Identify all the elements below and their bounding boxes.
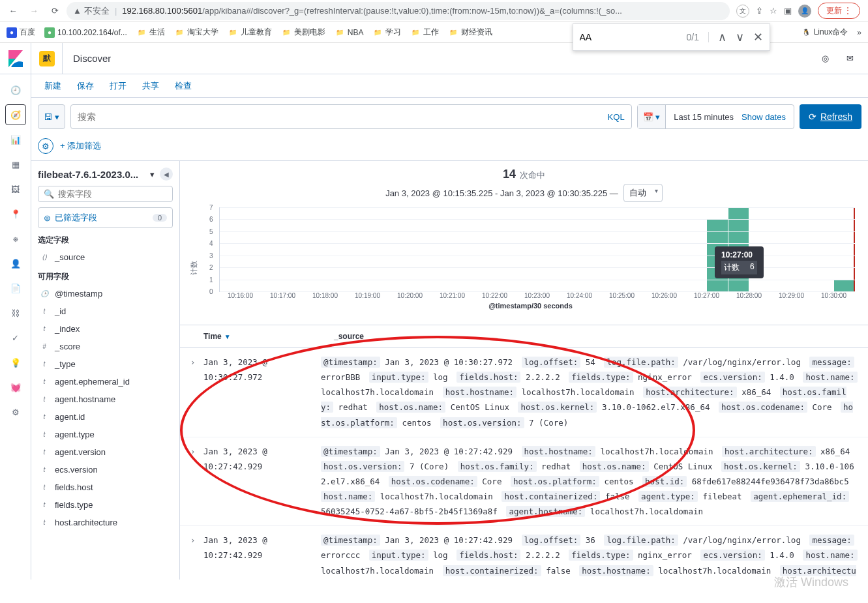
col-time[interactable]: Time ▼: [203, 332, 334, 341]
show-dates-link[interactable]: Show dates: [741, 112, 786, 122]
bookmark-item[interactable]: ●百度: [7, 27, 35, 38]
address-bar[interactable]: ▲ 不安全 | 192.168.80.100:5601/app/kibana#/…: [67, 2, 730, 20]
bookmark-item[interactable]: ●10.100.202.164/of...: [44, 27, 127, 38]
reload-button[interactable]: ⟳: [46, 2, 64, 20]
nav-heartbeat-icon[interactable]: 💓: [5, 377, 26, 398]
profile-icon[interactable]: 👤: [798, 5, 811, 18]
field-_index[interactable]: t_index: [38, 320, 173, 338]
find-close-icon[interactable]: ✕: [753, 30, 763, 44]
mail-icon[interactable]: ✉: [839, 48, 860, 69]
field-fields.type[interactable]: tfields.type: [38, 496, 173, 514]
find-in-page: 0/1 ∧ ∨ ✕: [573, 23, 770, 51]
nav-ml-icon[interactable]: ⎈: [5, 228, 26, 249]
side-nav: 🕘 🧭 📊 ▦ 🖼 📍 ⎈ 👤 📄 ⛓ ✓ 💡 💓 ⚙: [0, 74, 31, 580]
breadcrumb: Discover: [63, 53, 807, 64]
bookmark-item[interactable]: 📁淘宝大学: [174, 27, 218, 38]
back-button[interactable]: ←: [4, 2, 22, 20]
query-input[interactable]: [78, 111, 601, 122]
add-filter-button[interactable]: + 添加筛选: [60, 140, 101, 152]
field-agent.type[interactable]: tagent.type: [38, 426, 173, 443]
date-picker[interactable]: 📅 ▾ Last 15 minutes Show dates: [637, 104, 794, 129]
nav-discover-icon[interactable]: 🧭: [5, 104, 26, 125]
refresh-button[interactable]: ⟳ Refresh: [800, 104, 861, 129]
nav-logs-icon[interactable]: 📄: [5, 278, 26, 299]
insecure-icon: ▲ 不安全: [73, 5, 110, 17]
col-source[interactable]: _source: [334, 332, 364, 341]
field-ecs.version[interactable]: tecs.version: [38, 461, 173, 478]
field-_id[interactable]: t_id: [38, 302, 173, 320]
available-fields-label: 可用字段: [38, 271, 173, 282]
field-host.architecture[interactable]: thost.architecture: [38, 514, 173, 531]
bookmark-item[interactable]: 📁生活: [136, 27, 165, 38]
calendar-icon[interactable]: 📅 ▾: [638, 105, 666, 128]
index-pattern[interactable]: filebeat-7.6.1-2023.0...: [38, 169, 145, 180]
menu-共享[interactable]: 共享: [136, 76, 166, 96]
nav-uptime-icon[interactable]: ✓: [5, 327, 26, 348]
nav-apm-icon[interactable]: ⛓: [5, 302, 26, 323]
translate-icon[interactable]: 文: [736, 5, 749, 18]
field-agent.version[interactable]: tagent.version: [38, 443, 173, 461]
field-agent.ephemeral_id[interactable]: tagent.ephemeral_id: [38, 373, 173, 390]
space-selector[interactable]: 默: [31, 43, 63, 74]
query-bar: 🖫 ▾ KQL 📅 ▾ Last 15 minutes Show dates ⟳…: [31, 98, 868, 136]
bookmark-linux[interactable]: 🐧Linux命令: [801, 27, 848, 38]
filter-options-icon[interactable]: ⚙: [38, 138, 53, 154]
field-_source[interactable]: ⟨⟩_source: [38, 248, 173, 266]
saved-query-button[interactable]: 🖫 ▾: [38, 104, 65, 129]
star-icon[interactable]: ☆: [770, 6, 777, 16]
discover-menu: 新建保存打开共享检查: [31, 74, 868, 98]
url-actions: 文 ⇪ ☆ ▣ 👤 更新 ⋮: [732, 3, 864, 19]
nav-siem-icon[interactable]: 💡: [5, 352, 26, 373]
browser-toolbar: ← → ⟳ ▲ 不安全 | 192.168.80.100:5601/app/ki…: [0, 0, 868, 22]
field-@timestamp[interactable]: 🕒@timestamp: [38, 285, 173, 302]
extensions-icon[interactable]: ▣: [784, 6, 792, 16]
date-range-label: Last 15 minutes: [674, 112, 734, 122]
kibana-logo[interactable]: [0, 43, 31, 74]
filter-icon: ⊜: [44, 213, 51, 223]
collapse-sidebar-icon[interactable]: ◀: [160, 168, 173, 181]
field-agent.id[interactable]: tagent.id: [38, 408, 173, 426]
bookmark-item[interactable]: 📁NBA: [335, 27, 364, 38]
menu-新建[interactable]: 新建: [38, 76, 68, 96]
share-icon[interactable]: ⇪: [756, 6, 763, 16]
expand-row-icon[interactable]: ›: [190, 355, 203, 430]
nav-recent-icon[interactable]: 🕘: [5, 80, 26, 100]
bookmark-item[interactable]: 📁财经资讯: [448, 27, 492, 38]
menu-保存[interactable]: 保存: [70, 76, 100, 96]
field-agent.hostname[interactable]: tagent.hostname: [38, 390, 173, 408]
bookmark-item[interactable]: 📁美剧电影: [281, 27, 325, 38]
selected-fields-label: 选定字段: [38, 235, 173, 246]
newsfeed-icon[interactable]: ◎: [815, 48, 835, 69]
nav-management-icon[interactable]: ⚙: [5, 402, 26, 422]
menu-检查[interactable]: 检查: [168, 76, 198, 96]
filtered-fields-toggle[interactable]: ⊜ 已筛选字段 0: [38, 207, 173, 228]
interval-select[interactable]: 自动: [623, 184, 663, 202]
nav-maps-icon[interactable]: 📍: [5, 203, 26, 224]
nav-visualize-icon[interactable]: 📊: [5, 129, 26, 150]
nav-dashboard-icon[interactable]: ▦: [5, 154, 26, 175]
find-prev-icon[interactable]: ∧: [718, 30, 726, 44]
field-fields.host[interactable]: tfields.host: [38, 478, 173, 496]
field-_score[interactable]: #_score: [38, 338, 173, 355]
bookmark-item[interactable]: 📁儿童教育: [228, 27, 272, 38]
nav-metrics-icon[interactable]: 👤: [5, 253, 26, 274]
find-next-icon[interactable]: ∨: [736, 30, 744, 44]
bookmark-item[interactable]: 📁工作: [410, 27, 439, 38]
histogram-chart[interactable]: 计数 01234567 10:16:0010:17:0010:18:0010:1…: [206, 207, 855, 318]
field-search: 🔍: [38, 186, 173, 202]
filter-bar: ⚙ + 添加筛选: [31, 136, 868, 161]
field-_type[interactable]: t_type: [38, 355, 173, 373]
kql-toggle[interactable]: KQL: [601, 112, 625, 122]
field-search-input[interactable]: [58, 189, 168, 199]
chevron-down-icon[interactable]: ▾: [150, 169, 155, 179]
nav-canvas-icon[interactable]: 🖼: [5, 179, 26, 199]
forward-button[interactable]: →: [25, 2, 43, 20]
update-button[interactable]: 更新 ⋮: [818, 3, 860, 19]
expand-row-icon[interactable]: ›: [190, 533, 203, 580]
find-input[interactable]: [580, 32, 678, 42]
sort-desc-icon[interactable]: ▼: [224, 333, 231, 340]
bookmark-item[interactable]: 📁学习: [372, 27, 401, 38]
bookmarks-overflow-icon[interactable]: »: [857, 28, 861, 37]
menu-打开[interactable]: 打开: [103, 76, 133, 96]
expand-row-icon[interactable]: ›: [190, 444, 203, 520]
